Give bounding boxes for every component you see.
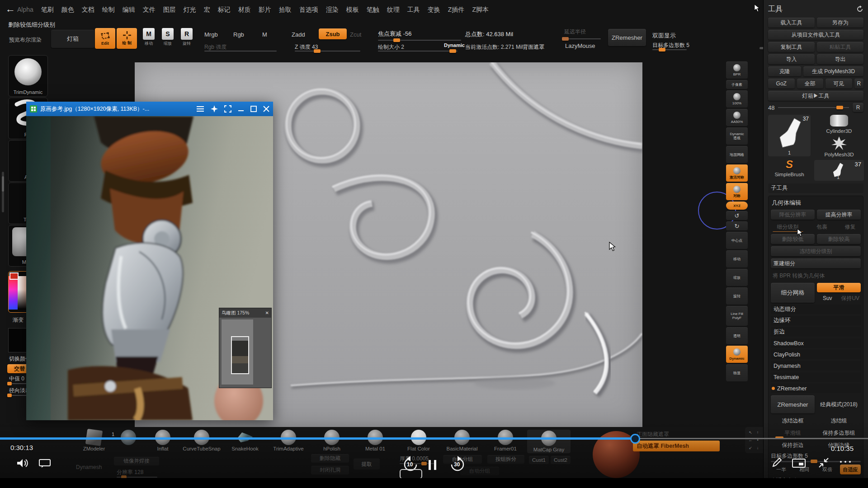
paste-tool-button[interactable]: 粘贴工具 (817, 42, 863, 52)
right-shelf-button[interactable]: Line Fill PolyF (726, 306, 748, 326)
tray-item[interactable]: Flat Color (397, 430, 440, 453)
right-shelf-button[interactable]: Dynamic (726, 346, 748, 363)
dynamic-mode-label[interactable]: Dynamic (444, 42, 465, 48)
suv-toggle[interactable]: Suv (817, 294, 838, 303)
overview-close-icon[interactable]: ✕ (265, 310, 269, 315)
tray-item[interactable]: TrimAdaptive (267, 430, 310, 453)
right-shelf-button[interactable]: 移动 (726, 250, 748, 267)
gyro-button[interactable]: S 缩放 (162, 28, 174, 47)
forward-30-button[interactable]: 30 (448, 455, 467, 474)
menu-item[interactable]: 标记 (218, 0, 231, 19)
bpr-to-geo-button[interactable]: 将 BPR 转换为几何体 (771, 271, 861, 281)
right-shelf-button[interactable]: 透明 (726, 327, 748, 344)
keep-uv-toggle[interactable]: 保持UV (840, 294, 861, 303)
right-shelf-button[interactable]: 子像素 (726, 80, 748, 89)
geometry-subsection-header[interactable]: ShadowBox (771, 338, 861, 348)
right-shelf-button[interactable]: XYZ (726, 202, 748, 210)
right-shelf-button[interactable]: 对称 (726, 183, 748, 200)
clone-button[interactable]: 克隆 (768, 66, 801, 76)
draw-button[interactable]: 绘 制 (117, 28, 137, 49)
overview-thumbnail[interactable] (231, 336, 249, 374)
gyro-button[interactable]: M 移动 (143, 28, 155, 47)
menu-item[interactable]: 纹理 (387, 0, 400, 19)
freeze-border-toggle[interactable]: 冻结边框 (771, 416, 815, 426)
z-intensity-slider[interactable] (295, 51, 360, 52)
current-brush-tile[interactable]: TrimDynamic (8, 55, 48, 97)
comments-icon[interactable] (39, 459, 51, 468)
automask-fibermesh-flag[interactable]: 自动遮罩 FiberMesh (633, 441, 720, 451)
zremesher-section-header[interactable]: ZRemesher (771, 384, 861, 393)
rgb-intensity-slider[interactable] (204, 51, 277, 52)
menu-item[interactable]: Z插件 (448, 0, 465, 19)
geometry-subsection-header[interactable]: 动态细分 (771, 305, 861, 314)
tray-item[interactable]: Metal 01 (354, 430, 397, 453)
left-scrollbar[interactable] (2, 172, 4, 212)
lazy-radius-slider[interactable] (562, 38, 601, 39)
make-polymesh3d-button[interactable]: 生成 PolyMesh3D (803, 66, 863, 76)
higher-res-button[interactable]: 提高分辨率 (817, 210, 861, 220)
goz-visible-button[interactable]: 可见 (826, 79, 852, 89)
menu-item[interactable]: 灯光 (184, 0, 196, 19)
recent-tool-thumb[interactable]: 37 1 (814, 160, 864, 181)
menu-item[interactable]: 渲染 (326, 0, 339, 19)
menu-item[interactable]: 拾取 (279, 0, 292, 19)
tray-item[interactable]: Inflat (146, 430, 180, 453)
zremesher-button[interactable]: ZRemesher (771, 395, 815, 413)
menu-item[interactable]: 颜色 (61, 0, 74, 19)
backface-mask-toggle[interactable]: 背面遮罩 (523, 44, 544, 50)
geometry-subsection-header[interactable]: 边缘环 (771, 316, 861, 325)
copy-tool-button[interactable]: 复制工具 (768, 42, 815, 52)
zcut-toggle[interactable]: Zcut (350, 31, 361, 38)
geometry-subsection-header[interactable]: Tessimate (771, 372, 861, 382)
tray-item[interactable]: hPolish (310, 430, 354, 453)
split-groups-button[interactable]: 按组拆分 (487, 455, 524, 464)
export-button[interactable]: 导出 (817, 54, 863, 64)
tray-item[interactable]: SnakeHook (223, 430, 267, 453)
menu-item[interactable]: Z脚本 (472, 0, 489, 19)
volume-icon[interactable] (16, 458, 29, 469)
menu-item[interactable]: 模板 (346, 0, 359, 19)
reconstruct-subdiv-button[interactable]: 重建细分 (771, 258, 861, 268)
menu-item[interactable]: 图层 (163, 0, 176, 19)
hue-strip[interactable] (9, 276, 18, 310)
target-poly-slider[interactable] (652, 49, 687, 50)
tool-slider-r-button[interactable]: R (853, 103, 863, 112)
menu-item[interactable]: 编辑 (123, 0, 135, 19)
adaptive-button[interactable]: 自适应 (840, 465, 861, 474)
lower-res-button[interactable]: 降低分辨率 (771, 210, 815, 220)
tray-item[interactable] (111, 430, 146, 453)
geometry-subsection-header[interactable]: ClayPolish (771, 350, 861, 359)
save-as-button[interactable]: 另存为 (817, 18, 863, 28)
close-holes-button[interactable]: 封闭孔洞 (311, 466, 349, 474)
geometry-subsection-header[interactable]: Dynamesh (771, 361, 861, 371)
tool-slider[interactable] (778, 107, 849, 108)
lightbox-tool-button[interactable]: 灯箱▶工具 (768, 91, 863, 101)
tray-item[interactable]: CurveTubeSnap (180, 430, 223, 453)
rgb-toggle[interactable]: Rgb (233, 31, 244, 38)
del-lower-button[interactable]: 删除较低 (771, 234, 815, 244)
goz-r-button[interactable]: R (854, 79, 863, 89)
right-shelf-button[interactable]: 缩放 (726, 269, 748, 286)
window-titlebar[interactable]: 原画参考.jpg（1280×1920像素, 113KB）-... (26, 102, 273, 116)
seek-playhead[interactable] (630, 434, 640, 444)
pause-button[interactable] (429, 460, 436, 470)
tray-item[interactable]: Framer01 (484, 430, 527, 453)
right-shelf-button[interactable]: 旋转 (726, 287, 748, 305)
right-shelf-button[interactable]: 激活对称 (726, 164, 748, 182)
mrgb-toggle[interactable]: Mrgb (204, 31, 218, 38)
repeat-button[interactable]: 修复 (840, 222, 861, 232)
goz-all-button[interactable]: 全部 (797, 79, 824, 89)
window-fullscreen-icon[interactable] (224, 105, 231, 113)
cylinder3d-slot[interactable]: Cylinder3D (814, 115, 864, 135)
right-shelf-button[interactable]: 中心点 (726, 232, 748, 249)
edit-button[interactable]: Edit (95, 28, 115, 49)
window-star-icon[interactable] (211, 105, 218, 113)
extract-button[interactable]: 提取 (354, 459, 380, 469)
pip-icon[interactable] (792, 459, 806, 468)
tray-item[interactable]: ZModeler (77, 430, 111, 453)
right-shelf-button[interactable]: BPR (726, 61, 748, 79)
menu-item[interactable]: Alpha (17, 0, 33, 19)
menu-item[interactable]: 笔触 (367, 0, 379, 19)
right-shelf-button[interactable]: AA50% (726, 109, 748, 126)
right-shelf-button[interactable]: 独显 (726, 364, 748, 381)
